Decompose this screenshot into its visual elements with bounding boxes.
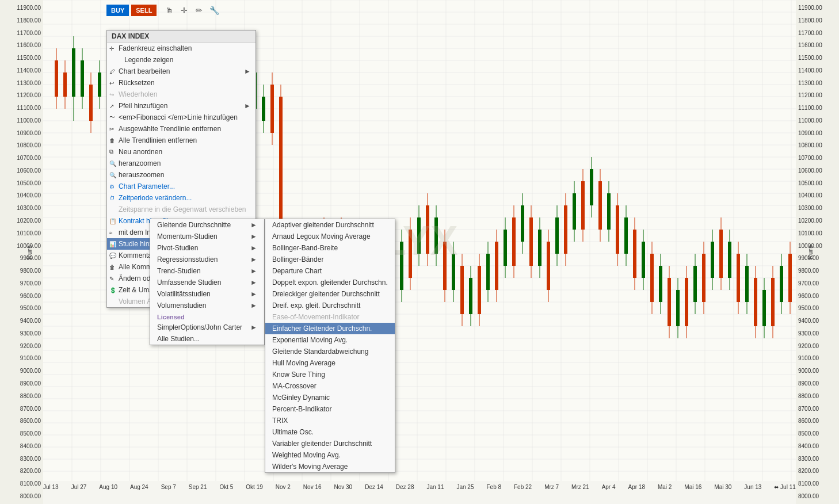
edit-chart-icon: 🖊 — [109, 68, 115, 75]
kurs-label-left: Kurs — [26, 245, 33, 259]
submenu-item-exp-ma[interactable]: Exponential Moving Avg. — [265, 334, 395, 346]
buy-button[interactable]: BUY — [106, 5, 129, 16]
submenu-l2: Gleitende Durchschnitte ► Momentum-Studi… — [150, 219, 265, 345]
submenu-item-pivot[interactable]: Pivot-Studien ► — [150, 242, 264, 254]
submenu-item-triple-exp[interactable]: Dreif. exp. gleit. Durchschnitt — [265, 300, 395, 311]
submenu-item-know-sure[interactable]: Know Sure Thing — [265, 369, 395, 380]
crosshair-prefix-icon: ✛ — [109, 45, 114, 52]
gleit-avg-arrow: ► — [250, 221, 257, 229]
add-arrow-submenu-arrow: ► — [244, 102, 251, 110]
momentum-arrow: ► — [250, 232, 257, 240]
submenu-l3: Adaptiver gleitender Durchschnitt Arnaud… — [265, 219, 395, 473]
fibonacci-icon: 〜 — [109, 113, 115, 121]
submenu-item-adaptive[interactable]: Adaptiver gleitender Durchschnitt — [265, 219, 395, 231]
regression-arrow: ► — [250, 255, 257, 264]
volatility-arrow: ► — [250, 290, 257, 298]
edit-chart-arrow: ► — [244, 67, 251, 75]
remove-selected-icon: ✂ — [109, 126, 114, 132]
change-remove-icon: ✎ — [109, 276, 114, 282]
compare-index-icon: ≈ — [109, 230, 113, 236]
rearrange-icon: ⧉ — [109, 148, 113, 155]
menu-title: DAX INDEX — [107, 30, 255, 43]
submenu-item-percent-b[interactable]: Percent-B-Indikator — [265, 403, 395, 415]
reset-icon: ↩ — [109, 80, 114, 86]
x-axis: Jul 13 Jul 27 Aug 10 Aug 24 Sep 7 Sep 21… — [43, 481, 796, 492]
kurs-label-right: Kurs — [806, 245, 813, 259]
remove-all-icon: 🗑 — [109, 138, 115, 144]
submenu-item-trix[interactable]: TRIX — [265, 415, 395, 426]
zoom-in-icon: 🔍 — [109, 161, 116, 167]
submenu-item-bollinger-width[interactable]: Bollinger-Band-Breite — [265, 242, 395, 254]
cursor-icon[interactable]: 🖱 — [163, 5, 175, 16]
umfassende-arrow: ► — [250, 278, 257, 287]
zoom-out-icon: 🔍 — [109, 172, 116, 178]
submenu-item-mcginley[interactable]: McGinley Dynamic — [265, 392, 395, 403]
menu-item-add-arrow[interactable]: ↗ Pfeil hinzufügen ► — [107, 100, 255, 112]
submenu-item-all-studies[interactable]: Alle Studien... — [150, 333, 264, 345]
submenu-item-umfassende[interactable]: Umfassende Studien ► — [150, 277, 264, 288]
add-comment-icon: 💬 — [109, 253, 116, 259]
menu-item-remove-selected[interactable]: ✂ Ausgewählte Trendlinie entfernen — [107, 123, 255, 135]
timeperiod-icon: ⏱ — [109, 195, 115, 201]
submenu-item-ma-crossover[interactable]: MA-Crossover — [265, 380, 395, 392]
time-volume-icon: 💲 — [109, 287, 116, 293]
submenu-item-hull[interactable]: Hull Moving Average — [265, 357, 395, 369]
y-axis-right: 11900.00 11800.00 11700.00 11600.00 1150… — [796, 0, 839, 504]
menu-item-chart-params[interactable]: ⚙ Chart Parameter... — [107, 181, 255, 192]
menu-item-edit-chart[interactable]: 🖊 Chart bearbeiten ► — [107, 66, 255, 77]
toolbar-icons: 🖱 ✛ ✏ 🔧 — [163, 5, 220, 16]
menu-item-crosshair[interactable]: ✛ Fadenkreuz einschalten — [107, 43, 255, 54]
submenu-item-simpler-options[interactable]: SimplerOptions/John Carter ► — [150, 322, 264, 333]
toolbar: BUY SELL 🖱 ✛ ✏ 🔧 — [106, 5, 220, 16]
menu-item-fibonacci[interactable]: 〜 <em>Fibonacci </em>Linie hinzufügen — [107, 112, 255, 123]
submenu-item-volume[interactable]: Volumenstudien ► — [150, 300, 264, 311]
submenu-item-trend[interactable]: Trend-Studien ► — [150, 265, 264, 277]
submenu-item-momentum[interactable]: Momentum-Studien ► — [150, 231, 264, 242]
draw-icon[interactable]: ✏ — [193, 5, 205, 16]
trend-arrow: ► — [250, 267, 257, 275]
menu-item-reset[interactable]: ↩ Rücksetzen — [107, 77, 255, 89]
redo-icon: ↪ — [109, 91, 114, 98]
submenu-item-wilders[interactable]: Wilder's Moving Average — [265, 461, 395, 472]
menu-item-remove-all[interactable]: 🗑 Alle Trendlinien entfernen — [107, 135, 255, 146]
licensed-label: Licensed — [150, 311, 264, 322]
sell-button[interactable]: SELL — [131, 5, 157, 16]
volume-arrow: ► — [250, 301, 257, 310]
submenu-item-volatility[interactable]: Volatilitätsstudien ► — [150, 288, 264, 300]
menu-item-zoom-in[interactable]: 🔍 heranzoomen — [107, 158, 255, 169]
submenu-item-ultimate[interactable]: Ultimate Osc. — [265, 426, 395, 438]
chart-params-icon: ⚙ — [109, 184, 115, 190]
submenu-item-simple-ma[interactable]: Einfacher Gleitender Durchschn. — [265, 323, 395, 334]
pivot-arrow: ► — [250, 244, 257, 252]
submenu-item-departure[interactable]: Departure Chart — [265, 265, 395, 277]
submenu-item-regression[interactable]: Regressionsstudien ► — [150, 254, 264, 265]
menu-item-shift-time: Zeitspanne in die Gegenwart verschieben — [107, 204, 255, 215]
add-arrow-icon: ↗ — [109, 103, 114, 109]
crosshair-icon[interactable]: ✛ — [178, 5, 190, 16]
submenu-item-std-dev[interactable]: Gleitende Standardabweichung — [265, 346, 395, 357]
submenu-item-ease-movement: Ease-of-Movement-Indikator — [265, 311, 395, 323]
menu-item-zoom-out[interactable]: 🔍 herauszoomen — [107, 169, 255, 181]
menu-item-legend[interactable]: Legende zeigen — [107, 54, 255, 66]
tools-icon[interactable]: 🔧 — [208, 5, 220, 16]
add-contract-icon: 📋 — [109, 218, 116, 224]
submenu-item-weighted[interactable]: Weighted Moving Avg. — [265, 449, 395, 461]
remove-comments-icon: 🗑 — [109, 264, 115, 270]
submenu-item-dbl-exp[interactable]: Doppelt expon. gleitender Durchschn. — [265, 277, 395, 288]
submenu-item-gleit-avg[interactable]: Gleitende Durchschnitte ► — [150, 219, 264, 231]
simpler-arrow: ► — [250, 323, 257, 331]
menu-item-redo: ↪ Wiederholen — [107, 89, 255, 100]
menu-item-rearrange[interactable]: ⧉ Neu anordnen — [107, 146, 255, 158]
add-study-icon: 📊 — [109, 241, 116, 247]
menu-item-timeperiod[interactable]: ⏱ Zeitperiode verändern... — [107, 192, 255, 204]
submenu-item-bollinger-bands[interactable]: Bollinger-Bänder — [265, 254, 395, 265]
submenu-item-variable[interactable]: Variabler gleitender Durchschnitt — [265, 438, 395, 449]
submenu-item-triangular[interactable]: Dreieckiger gleitender Durchschnitt — [265, 288, 395, 300]
y-axis-left: 11900.00 11800.00 11700.00 11600.00 1150… — [0, 0, 43, 504]
submenu-item-arnaud[interactable]: Arnaud Legoux Moving Average — [265, 231, 395, 242]
